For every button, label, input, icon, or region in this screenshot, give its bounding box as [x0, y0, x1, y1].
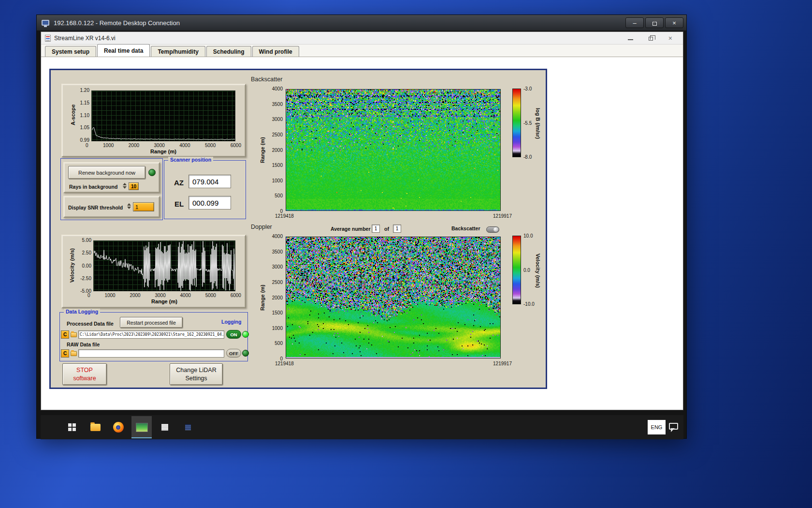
processed-logging-switch[interactable]: ON — [226, 330, 241, 339]
average-number-label: Average number — [331, 226, 370, 232]
change-button-line1: Change LiDAR — [176, 366, 216, 374]
azimuth-label: AZ — [174, 179, 184, 187]
backscatter-colorbar-canvas — [513, 89, 521, 157]
file-explorer-button[interactable] — [85, 416, 105, 438]
backscatter-display-toggle[interactable] — [486, 226, 499, 233]
list-app-icon — [183, 422, 193, 432]
streamline-app-icon — [136, 423, 148, 432]
snr-spinner[interactable] — [127, 203, 131, 209]
snr-threshold-box: Display SNR threshold 1 — [63, 196, 160, 218]
logging-label: Logging — [221, 319, 241, 325]
tab-wind-profile[interactable]: Wind profile — [252, 46, 299, 57]
restart-processed-file-button[interactable]: Restart processed file — [120, 317, 183, 328]
minimize-icon: – — [633, 19, 636, 27]
backscatter-section-label: Backscatter — [251, 76, 282, 83]
raw-path-field[interactable] — [78, 349, 224, 358]
rdp-close-button[interactable]: × — [665, 17, 683, 28]
velocity-x-ticks: 0100020003000400050006000 — [87, 293, 241, 298]
backscatter-y-axis-label: Range (m) — [260, 90, 265, 210]
doppler-plot — [286, 237, 501, 359]
scan-scheduler-button[interactable] — [155, 416, 175, 438]
ascope-chart-group: A-scope 1.201.151.101.050.99 01000200030… — [61, 84, 246, 157]
raw-data-file-label: RAW Data file — [67, 342, 100, 347]
scanner-position-title: Scanner position — [168, 157, 213, 163]
velocity-x-axis-label: Range (m) — [93, 299, 235, 304]
tab-system-setup[interactable]: System setup — [45, 46, 96, 57]
change-lidar-settings-button[interactable]: Change LiDAR Settings — [170, 363, 223, 385]
computer-icon — [42, 20, 49, 26]
tab-bar: System setup Real time data Temp/humidit… — [41, 45, 683, 57]
start-button[interactable] — [62, 416, 82, 438]
firefox-icon — [113, 422, 124, 433]
rdp-restore-button[interactable] — [645, 17, 664, 28]
of-label: of — [384, 226, 389, 232]
processed-logging-led — [242, 331, 249, 338]
streamline-taskbar-button[interactable] — [131, 416, 152, 438]
doppler-y-axis-label: Range (m) — [260, 237, 265, 358]
backscatter-colorbar-label: log B (/m/sr) — [535, 90, 541, 157]
ascope-y-ticks: 1.201.151.101.050.99 — [74, 88, 89, 143]
stop-button-line1: STOP — [76, 366, 93, 374]
app-minimize-button[interactable] — [628, 36, 633, 40]
streamline-app-window: StreamLine XR v14-6.vi × System setup Re… — [41, 31, 683, 410]
elevation-field[interactable]: 000.099 — [188, 196, 231, 209]
average-total-field[interactable]: 1 — [393, 224, 401, 233]
app-close-button[interactable]: × — [668, 35, 672, 42]
backscatter-heatmap-canvas — [286, 90, 500, 210]
elevation-label: EL — [174, 200, 184, 208]
language-indicator[interactable]: ENG — [648, 420, 666, 434]
firefox-button[interactable] — [108, 416, 129, 438]
scanner-position-group: Scanner position AZ 079.004 EL 000.099 — [164, 160, 246, 219]
background-controls-group: Renew background now Rays in background … — [60, 158, 163, 220]
remote-desktop-screen: StreamLine XR v14-6.vi × System setup Re… — [37, 30, 686, 438]
backscatter-plot — [286, 89, 501, 211]
stop-software-button[interactable]: STOP software — [62, 363, 107, 385]
snr-threshold-field[interactable]: 1 — [133, 202, 154, 211]
processed-data-file-label: Processed Data file — [67, 321, 114, 327]
ascope-plot — [91, 90, 235, 141]
velocity-y-ticks: 5.002.500.00-2.50-5.00 — [74, 238, 91, 294]
front-panel: A-scope 1.201.151.101.050.99 01000200030… — [49, 69, 547, 389]
rays-in-background-field[interactable]: 10 — [129, 182, 139, 190]
windows-logo-icon — [68, 423, 76, 432]
backscatter-toggle-label: Backscatter — [451, 225, 480, 231]
processed-browse-folder-icon[interactable] — [71, 332, 77, 337]
rays-spinner[interactable] — [123, 183, 127, 189]
raw-logging-switch[interactable]: OFF — [226, 349, 241, 358]
doppler-colorbar-canvas — [513, 236, 521, 304]
scan-scheduler-icon — [160, 422, 170, 432]
ascope-plot-canvas — [92, 91, 235, 141]
app-titlebar[interactable]: StreamLine XR v14-6.vi × — [41, 32, 683, 45]
average-number-field[interactable]: 1 — [372, 224, 380, 233]
stop-button-line2: software — [73, 374, 96, 383]
backscatter-x-ticks: 12194181219917 — [275, 213, 512, 219]
backscatter-colorbar — [512, 89, 521, 157]
data-logging-title: Data Logging — [64, 309, 100, 314]
backscatter-colorbar-ticks: -3.0-5.5-8.0 — [523, 86, 532, 160]
tab-temp-humidity[interactable]: Temp/humidity — [151, 46, 205, 57]
snr-threshold-label: Display SNR threshold — [68, 205, 123, 210]
notification-icon[interactable] — [669, 423, 678, 430]
raw-drive-selector[interactable]: C — [61, 349, 69, 358]
velocity-plot-canvas — [94, 241, 235, 291]
tab-real-time-data[interactable]: Real time data — [97, 44, 150, 57]
tab-page: A-scope 1.201.151.101.050.99 01000200030… — [41, 57, 683, 410]
log-viewer-button[interactable] — [178, 416, 198, 438]
raw-browse-folder-icon[interactable] — [71, 351, 77, 356]
close-icon: × — [672, 19, 676, 27]
background-status-led — [148, 169, 156, 176]
rdp-minimize-button[interactable]: – — [625, 17, 644, 28]
app-title: StreamLine XR v14-6.vi — [54, 35, 116, 42]
ascope-x-ticks: 0100020003000400050006000 — [86, 143, 241, 148]
data-logging-group: Data Logging Processed Data file Restart… — [59, 312, 248, 361]
processed-drive-selector[interactable]: C — [61, 330, 69, 339]
azimuth-field[interactable]: 079.004 — [188, 175, 231, 188]
doppler-colorbar-ticks: 10.00.0-10.0 — [523, 233, 535, 307]
processed-path-field[interactable]: C:\Lidar\Data\Proc\2023\202309\20230921\… — [78, 330, 224, 339]
tab-scheduling[interactable]: Scheduling — [206, 46, 251, 57]
doppler-heatmap-canvas — [286, 237, 500, 358]
renew-background-button[interactable]: Renew background now — [68, 166, 145, 179]
app-restore-button[interactable] — [649, 37, 653, 41]
doppler-section-label: Doppler — [251, 224, 272, 230]
rdp-titlebar[interactable]: 192.168.0.122 - Remote Desktop Connectio… — [37, 15, 686, 30]
